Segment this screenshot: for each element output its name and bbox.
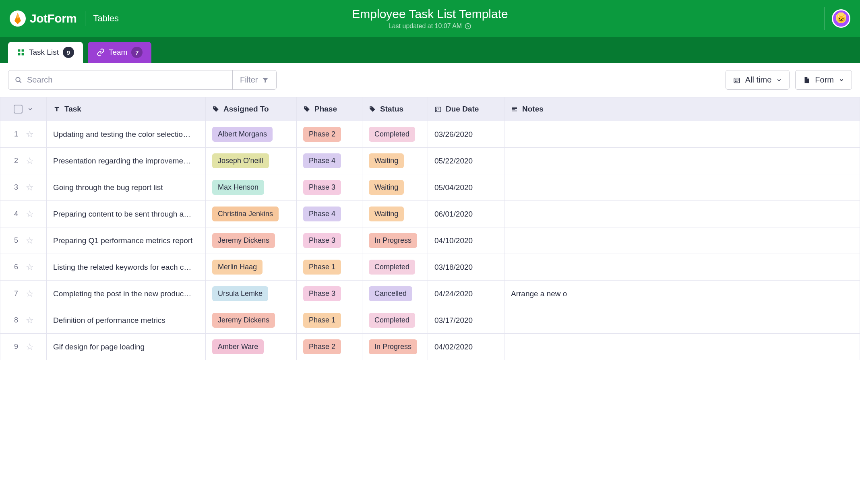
status-tag[interactable]: Completed: [369, 313, 415, 328]
phase-cell[interactable]: Phase 2: [297, 121, 362, 148]
task-cell[interactable]: Going through the bug report list: [47, 174, 206, 201]
chevron-down-icon[interactable]: [27, 106, 33, 112]
due-cell[interactable]: 04/24/2020: [428, 281, 504, 307]
phase-cell[interactable]: Phase 3: [297, 281, 362, 307]
phase-cell[interactable]: Phase 4: [297, 201, 362, 227]
phase-cell[interactable]: Phase 3: [297, 227, 362, 254]
star-icon[interactable]: ☆: [26, 315, 34, 326]
search-input-wrap[interactable]: [8, 70, 232, 89]
table-row[interactable]: 3 ☆ Going through the bug report listMax…: [0, 174, 860, 201]
table-row[interactable]: 9 ☆ Gif design for page loadingAmber War…: [0, 334, 860, 360]
status-cell[interactable]: Waiting: [362, 174, 428, 201]
task-cell[interactable]: Listing the related keywords for each c…: [47, 254, 206, 281]
notes-cell[interactable]: [504, 254, 860, 281]
table-row[interactable]: 4 ☆ Preparing content to be sent through…: [0, 201, 860, 227]
assigned-tag[interactable]: Amber Ware: [212, 339, 264, 354]
notes-cell[interactable]: [504, 307, 860, 334]
status-cell[interactable]: Completed: [362, 307, 428, 334]
status-cell[interactable]: Completed: [362, 121, 428, 148]
notes-cell[interactable]: [504, 148, 860, 174]
status-cell[interactable]: Waiting: [362, 201, 428, 227]
time-range-button[interactable]: All time: [726, 70, 790, 90]
assigned-cell[interactable]: Max Henson: [206, 174, 297, 201]
assigned-cell[interactable]: Ursula Lemke: [206, 281, 297, 307]
phase-tag[interactable]: Phase 2: [303, 339, 341, 354]
task-cell[interactable]: Updating and testing the color selectio…: [47, 121, 206, 148]
star-icon[interactable]: ☆: [26, 209, 34, 219]
table-row[interactable]: 7 ☆ Completing the post in the new produ…: [0, 281, 860, 307]
tab-task-list[interactable]: Task List 9: [8, 42, 83, 63]
task-cell[interactable]: Preparing Q1 performance metrics report: [47, 227, 206, 254]
phase-tag[interactable]: Phase 1: [303, 260, 341, 275]
tab-team[interactable]: Team 7: [88, 42, 151, 63]
select-all-checkbox[interactable]: [14, 105, 23, 114]
due-cell[interactable]: 03/17/2020: [428, 307, 504, 334]
notes-cell[interactable]: [504, 121, 860, 148]
star-icon[interactable]: ☆: [26, 289, 34, 299]
table-row[interactable]: 1 ☆ Updating and testing the color selec…: [0, 121, 860, 148]
due-cell[interactable]: 03/26/2020: [428, 121, 504, 148]
assigned-tag[interactable]: Albert Morgans: [212, 127, 273, 142]
search-field[interactable]: [27, 75, 226, 85]
assigned-cell[interactable]: Christina Jenkins: [206, 201, 297, 227]
task-cell[interactable]: Gif design for page loading: [47, 334, 206, 360]
star-icon[interactable]: ☆: [26, 129, 34, 140]
phase-cell[interactable]: Phase 1: [297, 307, 362, 334]
phase-cell[interactable]: Phase 4: [297, 148, 362, 174]
assigned-tag[interactable]: Max Henson: [212, 180, 264, 195]
notes-cell[interactable]: [504, 334, 860, 360]
assigned-tag[interactable]: Joseph O'neill: [212, 153, 269, 168]
due-cell[interactable]: 06/01/2020: [428, 201, 504, 227]
assigned-cell[interactable]: Amber Ware: [206, 334, 297, 360]
table-row[interactable]: 2 ☆ Presentation regarding the improveme…: [0, 148, 860, 174]
notes-cell[interactable]: [504, 201, 860, 227]
assigned-tag[interactable]: Jeremy Dickens: [212, 313, 275, 328]
status-tag[interactable]: In Progress: [369, 233, 417, 248]
assigned-tag[interactable]: Ursula Lemke: [212, 286, 268, 301]
assigned-cell[interactable]: Albert Morgans: [206, 121, 297, 148]
assigned-tag[interactable]: Christina Jenkins: [212, 207, 279, 221]
status-cell[interactable]: Completed: [362, 254, 428, 281]
status-tag[interactable]: Waiting: [369, 207, 404, 221]
notes-cell[interactable]: [504, 227, 860, 254]
header-phase[interactable]: Phase: [297, 97, 362, 121]
notes-cell[interactable]: Arrange a new o: [504, 281, 860, 307]
table-row[interactable]: 5 ☆ Preparing Q1 performance metrics rep…: [0, 227, 860, 254]
assigned-cell[interactable]: Merlin Haag: [206, 254, 297, 281]
assigned-tag[interactable]: Jeremy Dickens: [212, 233, 275, 248]
page-title[interactable]: Employee Task List Template: [352, 7, 508, 21]
header-status[interactable]: Status: [362, 97, 428, 121]
due-cell[interactable]: 04/02/2020: [428, 334, 504, 360]
phase-tag[interactable]: Phase 1: [303, 313, 341, 328]
assigned-cell[interactable]: Jeremy Dickens: [206, 227, 297, 254]
status-cell[interactable]: In Progress: [362, 334, 428, 360]
status-cell[interactable]: In Progress: [362, 227, 428, 254]
due-cell[interactable]: 04/10/2020: [428, 227, 504, 254]
phase-tag[interactable]: Phase 4: [303, 153, 341, 168]
assigned-cell[interactable]: Jeremy Dickens: [206, 307, 297, 334]
status-cell[interactable]: Waiting: [362, 148, 428, 174]
phase-tag[interactable]: Phase 3: [303, 180, 341, 195]
status-tag[interactable]: Completed: [369, 260, 415, 275]
star-icon[interactable]: ☆: [26, 262, 34, 273]
status-tag[interactable]: Completed: [369, 127, 415, 142]
header-task[interactable]: Task: [47, 97, 206, 121]
brand-logo[interactable]: JotForm: [10, 10, 77, 27]
task-cell[interactable]: Completing the post in the new produc…: [47, 281, 206, 307]
phase-cell[interactable]: Phase 3: [297, 174, 362, 201]
phase-tag[interactable]: Phase 2: [303, 127, 341, 142]
header-assigned[interactable]: Assigned To: [206, 97, 297, 121]
section-label[interactable]: Tables: [93, 13, 119, 24]
star-icon[interactable]: ☆: [26, 156, 34, 166]
due-cell[interactable]: 05/04/2020: [428, 174, 504, 201]
phase-tag[interactable]: Phase 3: [303, 286, 341, 301]
status-cell[interactable]: Cancelled: [362, 281, 428, 307]
user-avatar[interactable]: 😺: [832, 9, 850, 28]
status-tag[interactable]: Waiting: [369, 180, 404, 195]
assigned-cell[interactable]: Joseph O'neill: [206, 148, 297, 174]
star-icon[interactable]: ☆: [26, 342, 34, 352]
phase-tag[interactable]: Phase 3: [303, 233, 341, 248]
assigned-tag[interactable]: Merlin Haag: [212, 260, 263, 275]
task-cell[interactable]: Definition of performance metrics: [47, 307, 206, 334]
notes-cell[interactable]: [504, 174, 860, 201]
